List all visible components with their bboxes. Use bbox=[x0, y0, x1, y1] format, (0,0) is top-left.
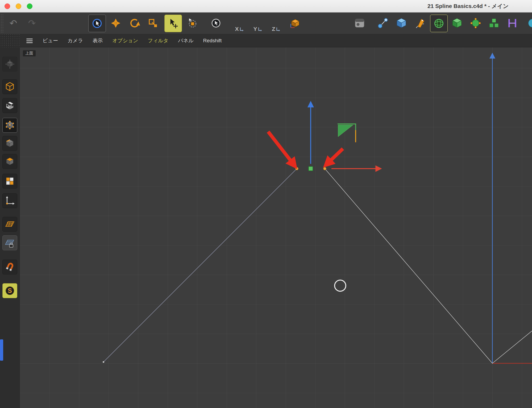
active-move-tool-button[interactable] bbox=[164, 15, 182, 32]
axis-x-label: X bbox=[235, 26, 239, 32]
scale-tool-icon bbox=[147, 17, 159, 29]
point-mode-button[interactable] bbox=[2, 118, 17, 133]
rotate-tool-button[interactable] bbox=[126, 15, 143, 32]
axis-lock-y-icon bbox=[258, 27, 262, 32]
cube-primitive-button[interactable] bbox=[393, 15, 410, 32]
workplane-button[interactable] bbox=[2, 217, 17, 232]
points-sphere-button[interactable] bbox=[467, 15, 484, 32]
render-view-button[interactable] bbox=[351, 15, 368, 32]
texture-mode-icon bbox=[4, 100, 15, 111]
point-mode-icon bbox=[4, 120, 15, 131]
close-button[interactable] bbox=[5, 3, 10, 9]
model-mode-icon bbox=[4, 81, 15, 92]
cube-primitive-icon bbox=[395, 17, 408, 30]
point-edge-icon bbox=[377, 17, 389, 30]
menu-redshift[interactable]: Redshift bbox=[203, 38, 222, 44]
axis-y-label: Y bbox=[253, 26, 257, 32]
selection-circle-button[interactable] bbox=[207, 15, 225, 32]
active-move-icon bbox=[167, 17, 179, 30]
polygon-mode-icon bbox=[4, 156, 15, 167]
menu-view[interactable]: ビュー bbox=[43, 37, 58, 44]
spline-pen-button[interactable] bbox=[412, 15, 429, 32]
undo-icon: ↶ bbox=[10, 19, 17, 28]
subdivision-surface-button[interactable] bbox=[430, 15, 448, 32]
axis-lock-z-icon bbox=[276, 27, 280, 32]
spline-segment-left[interactable] bbox=[103, 169, 297, 362]
coordinate-system-icon bbox=[289, 17, 302, 30]
snap-settings-icon: S bbox=[4, 285, 16, 297]
titlebar: 21 Spline Basics.c4d * - メイン bbox=[0, 0, 532, 13]
edge-mode-icon bbox=[4, 138, 15, 149]
subdivision-surface-icon bbox=[433, 17, 445, 30]
menu-filter[interactable]: フィルタ bbox=[148, 37, 168, 44]
enable-axis-icon bbox=[4, 195, 15, 206]
polygon-mode-button[interactable] bbox=[2, 154, 17, 169]
minimize-button[interactable] bbox=[16, 3, 21, 9]
simulate-rotate-icon bbox=[186, 17, 199, 29]
zoom-button[interactable] bbox=[27, 3, 32, 9]
toolbar-grip[interactable] bbox=[1, 14, 4, 32]
tweak-mode-icon bbox=[4, 176, 15, 187]
viewport[interactable]: 上面 bbox=[20, 47, 532, 408]
lock-workplane-icon bbox=[4, 237, 15, 248]
coordinate-system-button[interactable] bbox=[287, 15, 304, 32]
clipped-tool-icon bbox=[524, 17, 532, 30]
axis-lock-y-button[interactable]: Y bbox=[249, 15, 266, 35]
generator-cube-icon bbox=[451, 17, 463, 30]
spline-end-point[interactable] bbox=[103, 361, 104, 363]
clipped-tool-button[interactable] bbox=[522, 15, 532, 32]
menu-panel[interactable]: パネル bbox=[178, 37, 193, 44]
lock-workplane-button[interactable] bbox=[2, 235, 17, 250]
texture-mode-button[interactable] bbox=[2, 98, 17, 113]
viewport-overlay bbox=[20, 47, 532, 408]
axis-mode-icon bbox=[4, 59, 15, 70]
points-sphere-icon bbox=[469, 17, 482, 30]
snap-badge-letter: S bbox=[8, 287, 12, 294]
snap-settings-button[interactable]: S bbox=[2, 283, 17, 298]
axis-z-label: Z bbox=[272, 26, 275, 32]
app-window: { "window": { "title": "21 Spline Basics… bbox=[0, 0, 532, 408]
scale-tool-button[interactable] bbox=[144, 15, 161, 32]
workplane-icon bbox=[4, 219, 15, 230]
simulate-rotate-button[interactable] bbox=[184, 15, 201, 32]
cursor-highlight-circle bbox=[335, 280, 346, 291]
generator-cube-button[interactable] bbox=[448, 15, 466, 32]
move-tool-button[interactable] bbox=[107, 15, 124, 32]
annotation-arrow-right bbox=[330, 149, 343, 161]
menu-options[interactable]: オプション bbox=[112, 37, 138, 44]
axis-lock-x-button[interactable]: X bbox=[231, 15, 248, 35]
snap-button[interactable] bbox=[2, 260, 17, 274]
model-mode-button[interactable] bbox=[2, 79, 17, 94]
viewport-menu-bar: ビュー カメラ 表示 オプション フィルタ パネル Redshift bbox=[20, 34, 532, 47]
spline-segment-right[interactable] bbox=[325, 169, 532, 363]
axis-mode-button[interactable] bbox=[2, 57, 17, 72]
spline-point-left[interactable] bbox=[296, 167, 298, 170]
gizmo-center-handle[interactable] bbox=[309, 166, 313, 171]
menu-display[interactable]: 表示 bbox=[93, 37, 103, 44]
deformer-icon bbox=[506, 17, 519, 30]
redo-icon: ↷ bbox=[28, 19, 36, 28]
tweak-mode-button[interactable] bbox=[2, 174, 17, 189]
undo-button[interactable]: ↶ bbox=[5, 15, 22, 32]
edge-mode-button[interactable] bbox=[2, 136, 17, 151]
array-cubes-button[interactable] bbox=[485, 15, 502, 32]
redo-button[interactable]: ↷ bbox=[23, 15, 40, 32]
live-selection-icon bbox=[91, 18, 103, 29]
point-edge-button[interactable] bbox=[375, 15, 392, 32]
enable-axis-button[interactable] bbox=[2, 193, 17, 208]
viewport-menu-icon[interactable] bbox=[26, 38, 33, 43]
render-view-icon bbox=[353, 17, 366, 30]
spline-point-right[interactable] bbox=[323, 167, 326, 170]
axis-lock-z-button[interactable]: Z bbox=[268, 15, 285, 35]
view-label: 上面 bbox=[23, 50, 36, 56]
array-cubes-icon bbox=[488, 17, 500, 30]
selection-circle-icon bbox=[210, 17, 222, 29]
menu-camera[interactable]: カメラ bbox=[68, 37, 83, 44]
sidebar-scrollbar[interactable] bbox=[0, 339, 3, 361]
gizmo-plane-triangle[interactable] bbox=[338, 125, 353, 137]
window-title: 21 Spline Basics.c4d * - メイン bbox=[427, 0, 509, 12]
live-selection-button[interactable] bbox=[88, 15, 106, 32]
spline-pen-icon bbox=[414, 17, 426, 30]
sidebar-grip[interactable] bbox=[0, 34, 20, 47]
deformer-button[interactable] bbox=[504, 15, 521, 32]
